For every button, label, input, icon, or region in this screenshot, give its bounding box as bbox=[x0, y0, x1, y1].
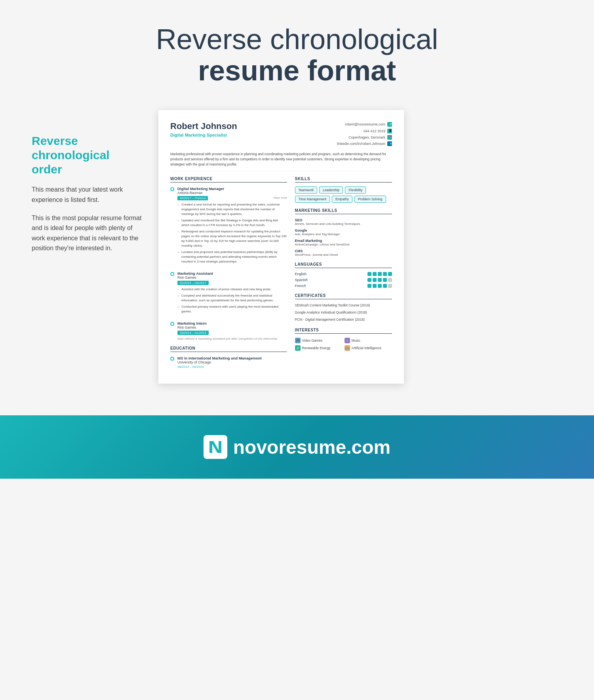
edu-date-1: 08/2014 – 06/2016 bbox=[177, 365, 262, 369]
ms-desc-seo: Ahrefs, Semrush and Link-building Techni… bbox=[295, 222, 392, 226]
edu-entry-1: MS in International Marketing and Manage… bbox=[170, 356, 287, 369]
marketing-skill-email: Email Marketing ActiveCampaign, Litmus a… bbox=[295, 239, 392, 246]
languages-title: LANGUAGES bbox=[295, 262, 392, 268]
contact-location: Copenhagen, Denmark 📍 bbox=[337, 134, 392, 141]
skills-title: SKILLS bbox=[295, 177, 392, 183]
language-english: English bbox=[295, 272, 392, 276]
sidebar-paragraph-2: This is the most popular resume format a… bbox=[32, 213, 143, 253]
ms-name-google: Google bbox=[295, 228, 392, 232]
bullet: Conducted primary research with users pl… bbox=[177, 304, 287, 314]
skill-tag-empathy: Empathy bbox=[332, 196, 352, 203]
job-content-3: Marketing Intern Riot Games 08/2014 – 01… bbox=[177, 321, 287, 340]
job-date-row-1: 06/2017 – Present New York bbox=[177, 196, 287, 200]
page-header: Reverse chronological resume format bbox=[0, 0, 594, 102]
job-bullets-1: Created a new format for reporting and p… bbox=[177, 202, 287, 264]
resume-contact: robert@novoresume.com ✉ 044 412 2019 📱 C… bbox=[337, 121, 392, 147]
marketing-skill-seo: SEO Ahrefs, Semrush and Link-building Te… bbox=[295, 218, 392, 226]
lang-dot bbox=[383, 272, 387, 276]
job-dot-2 bbox=[170, 272, 174, 276]
videogames-icon: 🎮 bbox=[295, 338, 301, 343]
job-entry-2: Marketing Assistant Riot Games 02/2015 –… bbox=[170, 271, 287, 316]
ai-icon: 🤖 bbox=[345, 345, 350, 351]
bullet: Compiled and distributed successfully th… bbox=[177, 293, 287, 303]
lang-name-english: English bbox=[295, 272, 315, 276]
footer-logo: novoresume.com bbox=[204, 435, 390, 459]
lang-dot bbox=[373, 272, 377, 276]
skill-tag-flexibility: Flexibility bbox=[345, 186, 366, 194]
lang-dot bbox=[378, 272, 382, 276]
location-icon: 📍 bbox=[387, 135, 392, 140]
job-date-row-3: 08/2014 – 01/2015 bbox=[177, 331, 287, 335]
lang-dot-empty bbox=[388, 278, 392, 282]
edu-degree-1: MS in International Marketing and Manage… bbox=[177, 356, 262, 360]
bullet: Located and proposed new potential busin… bbox=[177, 250, 287, 264]
skill-tag-time-management: Time Management bbox=[295, 196, 330, 203]
job-location-1: New York bbox=[273, 196, 287, 200]
marketing-skill-cms: CMS WordPress, Joomla and Ghost bbox=[295, 249, 392, 257]
edu-school-1: University of Chicago bbox=[177, 360, 262, 364]
contact-email: robert@novoresume.com ✉ bbox=[337, 121, 392, 127]
job-dot-1 bbox=[170, 187, 174, 191]
education-title: EDUCATION bbox=[170, 346, 287, 352]
bullet: Assisted with the creation of press rele… bbox=[177, 287, 287, 292]
logo-svg bbox=[208, 439, 223, 455]
interest-label-music: Music bbox=[352, 339, 360, 342]
skills-tags-container: Teamwork Leadership Flexibility Time Man… bbox=[295, 186, 392, 203]
resume-left-column: WORK EXPERIENCE Digital Marketing Manage… bbox=[170, 177, 287, 373]
interests-title: INTERESTS bbox=[295, 328, 392, 334]
lang-dot-empty bbox=[388, 284, 392, 288]
ms-name-seo: SEO bbox=[295, 218, 392, 222]
job-date-2: 02/2015 – 05/2017 bbox=[177, 281, 209, 285]
job-title-3: Marketing Intern bbox=[177, 321, 287, 325]
lang-dot bbox=[378, 278, 382, 282]
work-experience-title: WORK EXPERIENCE bbox=[170, 177, 287, 183]
certificates-title: CERTIFICATES bbox=[295, 293, 392, 299]
resume-header: Robert Johnson Digital Marketing Special… bbox=[170, 121, 392, 147]
music-icon: ♪ bbox=[345, 338, 350, 343]
phone-icon: 📱 bbox=[387, 129, 392, 133]
job-date-3: 08/2014 – 01/2015 bbox=[177, 331, 209, 335]
lang-name-spanish: Spanish bbox=[295, 278, 315, 282]
job-company-3: Riot Games bbox=[177, 325, 287, 329]
bullet: Redesigned and conducted keyword researc… bbox=[177, 229, 287, 248]
job-date-1: 06/2017 – Present bbox=[177, 196, 208, 200]
job-bullets-2: Assisted with the creation of press rele… bbox=[177, 287, 287, 314]
interest-label-videogames: Video Games bbox=[302, 339, 322, 342]
edu-dot-1 bbox=[170, 357, 174, 361]
energy-icon: ⚡ bbox=[295, 345, 301, 351]
interest-ai: 🤖 Artificial Intelligence bbox=[345, 345, 392, 351]
resume-wrapper: Robert Johnson Digital Marketing Special… bbox=[158, 110, 404, 384]
resume-job-title: Digital Marketing Specialist bbox=[170, 133, 237, 137]
ms-name-email: Email Marketing bbox=[295, 239, 392, 243]
lang-dot bbox=[373, 278, 377, 282]
skill-tag-leadership: Leadership bbox=[319, 186, 343, 194]
resume-name-block: Robert Johnson Digital Marketing Special… bbox=[170, 121, 237, 137]
language-french: French bbox=[295, 284, 392, 288]
bullet: Created a new format for reporting and p… bbox=[177, 202, 287, 217]
skill-tag-problem-solving: Problem Solving bbox=[354, 196, 386, 203]
interest-videogames: 🎮 Video Games bbox=[295, 338, 343, 343]
sidebar-heading: Reverse chronological order bbox=[32, 134, 143, 177]
bullet: Updated and monitored the Bid Strategy i… bbox=[177, 218, 287, 228]
left-sidebar: Reverse chronological order This means t… bbox=[32, 110, 158, 261]
resume-right-column: SKILLS Teamwork Leadership Flexibility T… bbox=[295, 177, 392, 373]
cert-2: Google Analytics Individual Qualificatio… bbox=[295, 310, 392, 315]
ms-desc-google: Ads, Analytics and Tag Manager bbox=[295, 232, 392, 236]
ms-name-cms: CMS bbox=[295, 249, 392, 253]
lang-dots-french bbox=[367, 284, 392, 288]
logo-icon bbox=[204, 435, 227, 459]
sidebar-paragraph-1: This means that your latest work experie… bbox=[32, 185, 143, 205]
resume-name: Robert Johnson bbox=[170, 121, 237, 131]
lang-dot bbox=[383, 284, 387, 288]
lang-dot bbox=[367, 284, 371, 288]
page-footer: novoresume.com bbox=[0, 415, 594, 479]
language-spanish: Spanish bbox=[295, 278, 392, 282]
job-date-row-2: 02/2015 – 05/2017 bbox=[177, 281, 287, 285]
edu-content-1: MS in International Marketing and Manage… bbox=[177, 356, 262, 369]
job-dot-3 bbox=[170, 322, 174, 326]
lang-dot bbox=[378, 284, 382, 288]
interests-grid: 🎮 Video Games ♪ Music ⚡ Renewable Energy bbox=[295, 338, 392, 351]
ms-desc-cms: WordPress, Joomla and Ghost bbox=[295, 253, 392, 257]
job-entry-1: Digital Marketing Manager Astoria Baumax… bbox=[170, 186, 287, 266]
lang-dot bbox=[383, 278, 387, 282]
